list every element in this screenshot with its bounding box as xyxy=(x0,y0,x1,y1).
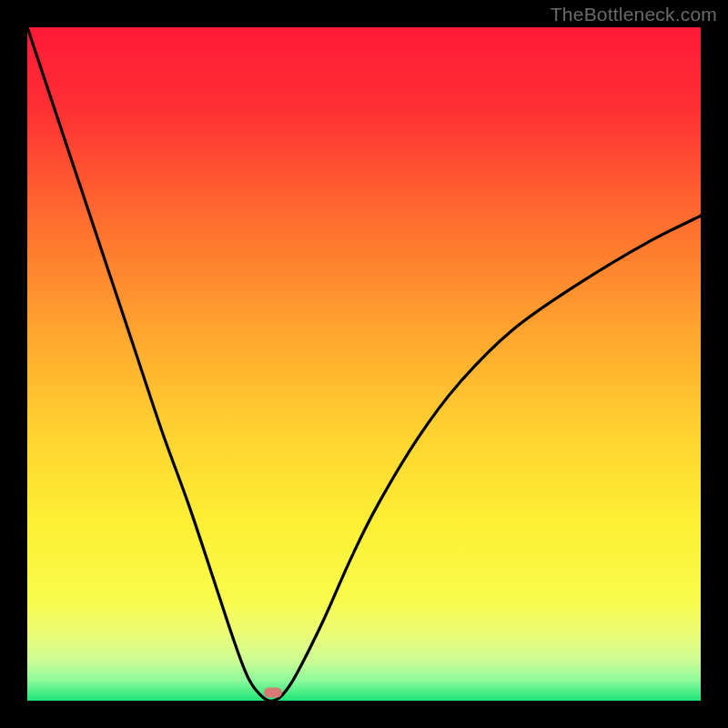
chart-frame: TheBottleneck.com xyxy=(0,0,728,728)
bottleneck-curve xyxy=(27,27,701,701)
optimal-point-marker xyxy=(264,688,282,698)
watermark-text: TheBottleneck.com xyxy=(551,4,717,25)
plot-area xyxy=(27,27,701,701)
curve-layer xyxy=(27,27,701,701)
